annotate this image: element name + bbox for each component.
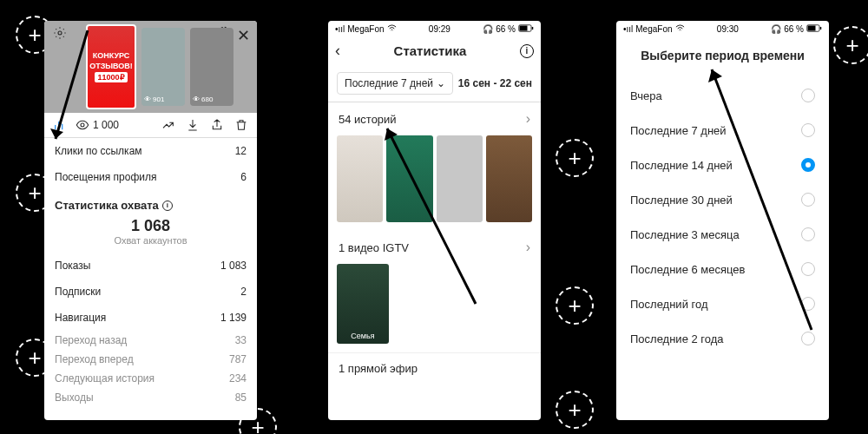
phone-time-period-picker: •ııl MegaFon 09:30 🎧 66 % Выберите перио… [616,21,829,420]
period-option-2-years[interactable]: Последние 2 года [616,321,829,356]
metric-follows: Подписки 2 [44,279,257,305]
back-chevron-icon[interactable]: ‹ [335,42,340,60]
option-label: Последние 14 дней [630,159,733,172]
wifi-icon [387,24,397,34]
period-option-7-days[interactable]: Последние 7 дней [616,113,829,148]
battery-icon [518,24,534,34]
metric-label: Подписки [55,286,101,298]
date-filter-label: Последние 7 дней [345,77,433,89]
battery-label: 66 % [784,24,804,34]
metric-value: 33 [235,334,247,346]
radio-selected-icon [801,158,815,172]
radio-icon [801,297,815,311]
radio-icon [801,262,815,276]
story-tile-focused[interactable]: КОНКУРС ОТЗЫВОВ! 11000₽ [86,24,136,109]
battery-icon [806,24,822,34]
metric-nav-next-story: Следующая история 234 [44,369,257,388]
reach-sublabel: Охват аккаунтов [44,235,257,246]
metric-value: 1 083 [220,260,247,272]
metric-label: Выходы [55,391,94,404]
trash-icon[interactable] [234,118,248,132]
period-option-3-months[interactable]: Последние 3 месяца [616,217,829,252]
story-tile-text: ОТЗЫВОВ! [89,62,133,70]
metric-value: 2 [240,286,247,298]
page-title: Статистика [394,43,467,58]
eye-icon [76,118,89,132]
chevron-right-icon: › [526,111,530,127]
stories-strip [328,135,541,231]
info-icon[interactable]: i [520,44,534,58]
metric-value: 6 [240,171,247,183]
carrier-label: MegaFon [635,24,672,34]
status-time: 09:30 [717,24,739,34]
story-tile[interactable]: 👁 680 [190,28,233,106]
deco-plus-icon: + [556,286,594,325]
radio-icon [801,89,815,102]
option-label: Вчера [630,89,662,102]
trend-up-icon[interactable] [161,118,175,132]
metric-link-clicks: Клики по ссылкам 12 [44,138,257,164]
info-icon[interactable]: i [162,201,173,211]
svg-point-2 [81,123,84,127]
option-label: Последние 2 года [630,332,724,345]
metric-value: 787 [229,353,247,365]
metric-profile-visits: Посещения профиля 6 [44,164,257,190]
story-thumbnail[interactable] [437,135,483,222]
period-option-yesterday[interactable]: Вчера [616,78,829,113]
story-thumbnail[interactable] [386,135,432,222]
metric-label: Переход вперед [55,353,134,365]
phone-insights-detail: ✕ КОНКУРС ОТЗЫВОВ! 11000₽ 👁 901 👁 680 1 … [44,21,257,420]
option-label: Последние 7 дней [630,124,727,137]
metric-label: Переход назад [55,334,127,346]
close-icon[interactable]: ✕ [237,26,250,45]
date-filter-pill[interactable]: Последние 7 дней ⌄ [337,72,453,95]
metric-impressions: Показы 1 083 [44,253,257,279]
metric-navigation: Навигация 1 139 [44,305,257,331]
story-tile[interactable]: 👁 901 [141,28,185,106]
story-header: ✕ КОНКУРС ОТЗЫВОВ! 11000₽ 👁 901 👁 680 [44,21,257,113]
stories-row[interactable]: 54 историй › [328,102,541,135]
story-tile-text: КОНКУРС [93,51,130,60]
svg-point-0 [58,31,62,35]
nav-header: ‹ Статистика i [328,36,541,65]
headphone-icon: 🎧 [771,24,781,34]
metric-label: Посещения профиля [55,171,156,183]
section-reach-title: Статистика охвата i [44,190,257,214]
svg-rect-12 [820,27,822,30]
metric-label: Клики по ссылкам [55,145,142,157]
gear-icon[interactable] [53,26,67,43]
status-bar: •ııl MegaFon 09:30 🎧 66 % [616,21,829,36]
stories-count-label: 54 историй [339,113,397,126]
story-thumbnail[interactable] [486,135,532,222]
svg-rect-6 [519,25,527,30]
phone-insights-overview: •ııl MegaFon 09:29 🎧 66 % ‹ Статистика i… [328,21,541,420]
period-option-14-days[interactable]: Последние 14 дней [616,148,829,182]
battery-label: 66 % [496,24,516,34]
metric-value: 234 [229,372,247,385]
share-icon[interactable] [210,118,224,132]
reach-value: 1 068 [44,217,257,235]
live-row[interactable]: 1 прямой эфир [328,352,541,384]
svg-rect-11 [807,25,815,30]
bar-chart-icon[interactable] [53,118,67,132]
insights-toolbar: 1 000 [44,113,257,138]
metric-label: Навигация [55,312,106,324]
metric-nav-forward: Переход вперед 787 [44,350,257,369]
metric-nav-back: Переход назад 33 [44,331,257,350]
views-count-value: 1 000 [93,119,119,131]
metric-value: 1 139 [220,312,247,324]
option-label: Последние 30 дней [630,194,733,207]
igtv-row[interactable]: 1 видео IGTV › [328,231,541,264]
period-option-1-year[interactable]: Последний год [616,286,829,321]
download-icon[interactable] [186,118,200,132]
status-bar: •ııl MegaFon 09:29 🎧 66 % [328,21,541,36]
igtv-thumbnail[interactable]: Семья [337,264,389,344]
radio-icon [801,227,815,241]
filter-row: Последние 7 дней ⌄ 16 сен - 22 сен [328,65,541,102]
story-thumbnail[interactable] [337,135,383,222]
chevron-right-icon: › [526,240,530,255]
radio-icon [801,123,815,137]
period-option-30-days[interactable]: Последние 30 дней [616,182,829,217]
period-option-6-months[interactable]: Последние 6 месяцев [616,252,829,286]
radio-icon [801,193,815,207]
